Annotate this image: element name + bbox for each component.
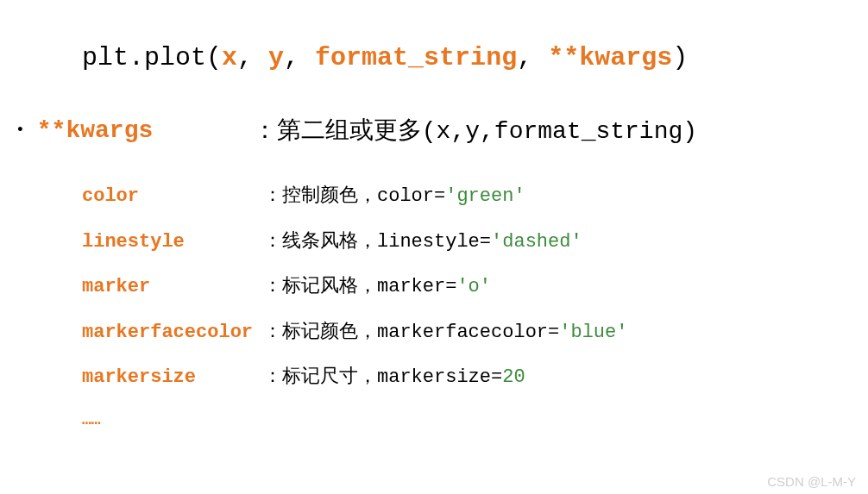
sig-sep1: ,	[237, 43, 268, 72]
param-row-linestyle: linestyle ：线条风格，linestyle='dashed'	[82, 230, 868, 255]
param-list: color ：控制颜色，color='green' linestyle ：线条风…	[0, 184, 868, 391]
param-desc: ：标记尺寸，markersize=20	[263, 366, 525, 391]
sig-y: y	[268, 43, 284, 72]
sig-kwargs: **kwargs	[548, 43, 672, 72]
kwargs-bullet-row: • **kwargs ：第二组或更多(x,y,format_string)	[0, 114, 868, 147]
sig-prefix: plt.plot(	[82, 43, 222, 72]
param-name: color	[82, 184, 263, 209]
function-signature: plt.plot(x, y, format_string, **kwargs)	[0, 43, 868, 72]
param-row-marker: marker ：标记风格，marker='o'	[82, 275, 868, 300]
param-row-markersize: markersize ：标记尺寸，markersize=20	[82, 366, 868, 391]
param-desc: ：线条风格，linestyle='dashed'	[263, 230, 582, 255]
sig-x: x	[222, 43, 237, 72]
kwargs-desc: ：第二组或更多(x,y,format_string)	[253, 114, 697, 147]
param-desc: ：标记颜色，markerfacecolor='blue'	[263, 321, 627, 346]
ellipsis: ……	[0, 411, 868, 428]
param-desc: ：标记风格，marker='o'	[263, 275, 491, 300]
param-name: linestyle	[82, 230, 263, 255]
param-row-color: color ：控制颜色，color='green'	[82, 184, 868, 209]
sig-fmt: format_string	[315, 43, 517, 72]
kwargs-label: **kwargs	[37, 117, 253, 144]
param-name: marker	[82, 275, 263, 300]
sig-sep2: ,	[284, 43, 315, 72]
sig-sep3: ,	[517, 43, 548, 72]
param-row-markerfacecolor: markerfacecolor ：标记颜色，markerfacecolor='b…	[82, 321, 868, 346]
param-desc: ：控制颜色，color='green'	[263, 184, 525, 209]
param-name: markerfacecolor	[82, 321, 263, 346]
bullet-icon: •	[16, 122, 25, 139]
watermark: CSDN @L-M-Y	[767, 474, 856, 489]
param-name: markersize	[82, 366, 263, 391]
sig-suffix: )	[672, 43, 688, 72]
